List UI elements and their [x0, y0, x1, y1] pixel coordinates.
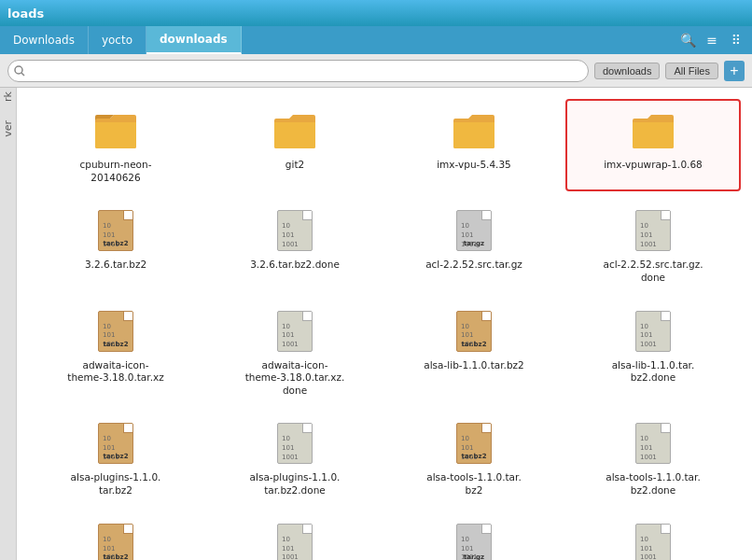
title-bar-text: loads [7, 7, 44, 21]
grid-button[interactable]: ⠿ [726, 30, 746, 50]
file-name: alsa-lib-1.1.0.tar.bz2.done [612, 359, 695, 385]
file-name: alsa-plugins-1.1.0.tar.bz2 [71, 471, 161, 497]
file-item-alsa-utils-tar.bz2.done[interactable]: 101011001 alsa-utils-1.1.0.tar.bz2.done [207, 512, 383, 560]
file-name: 3.2.6.tar.bz2.done [250, 259, 340, 272]
search-button[interactable]: 🔍 [677, 30, 698, 50]
file-name: alsa-plugins-1.1.0.tar.bz2.done [250, 471, 341, 497]
main-area: rk ver cpuburn-neon-20140626 [0, 88, 752, 560]
file-item-acl-tar.gz[interactable]: 101011001 tar.gz acl-2.2.52.src.tar.gz [386, 199, 562, 291]
file-item-alsa-utils-tar.bz2[interactable]: 101011001 tar.bz2 alsa-utils-1.1.0.tar.b… [28, 512, 203, 560]
file-name: acl-2.2.52.src.tar.gz [425, 259, 522, 272]
filter-downloads-button[interactable]: downloads [594, 63, 661, 79]
file-name: cpuburn-neon-20140626 [80, 159, 152, 184]
archive-done-icon: 101011001 [272, 307, 317, 356]
file-name: adwaita-icon-theme-3.18.0.tar.xz.done [245, 359, 345, 398]
file-item-alsa-plugins-tar.bz2.done[interactable]: 101011001 alsa-plugins-1.1.0.tar.bz2.don… [207, 412, 383, 504]
file-area[interactable]: cpuburn-neon-20140626 git2 [17, 88, 752, 560]
file-item-imx-vpu[interactable]: imx-vpu-5.4.35 [386, 99, 562, 191]
filter-all-files-button[interactable]: All Files [665, 63, 718, 79]
archive-bz2-icon: 101011001 tar.bz2 [93, 520, 138, 560]
archive-gz-icon: 101011001 tar.gz [452, 206, 496, 255]
add-button[interactable]: + [724, 61, 745, 81]
archive-done-icon: 101011001 [631, 206, 675, 255]
tab-downloads2[interactable]: downloads [146, 26, 242, 54]
file-item-3.2.6.tar.bz2[interactable]: 101011001 tar.bz2 3.2.6.tar.bz2 [28, 199, 203, 291]
file-name: alsa-tools-1.1.0.tar.bz2 [426, 471, 521, 497]
file-item-3.2.6.tar.bz2.done[interactable]: 101011001 3.2.6.tar.bz2.done [207, 199, 383, 291]
file-item-alsa-tools-tar.bz2.done[interactable]: 101011001 alsa-tools-1.1.0.tar.bz2.done [565, 412, 741, 504]
title-bar: loads [0, 0, 752, 26]
folder-icon-selected [631, 106, 675, 155]
toolbar: downloads All Files + [0, 54, 752, 88]
file-item-adwaita-tar.xz[interactable]: 101011001 tar.bz2 adwaita-icon-theme-3.1… [28, 300, 203, 405]
archive-icon: 101011001 tar.bz2 [93, 206, 138, 255]
tab-yocto[interactable]: yocto [89, 26, 146, 54]
archive-done-icon: 101011001 [631, 520, 675, 560]
file-name: 3.2.6.tar.bz2 [85, 259, 146, 272]
file-item-alsa-plugins-tar.bz2[interactable]: 101011001 tar.bz2 alsa-plugins-1.1.0.tar… [28, 412, 203, 504]
file-name: alsa-tools-1.1.0.tar.bz2.done [606, 471, 700, 497]
file-item-cpuburn-neon[interactable]: cpuburn-neon-20140626 [28, 99, 203, 191]
file-item-adwaita-tar.xz.done[interactable]: 101011001 adwaita-icon-theme-3.18.0.tar.… [207, 300, 383, 405]
folder-icon [452, 106, 496, 155]
archive-done-icon: 101011001 [272, 520, 317, 560]
file-item-acl-tar.gz.done[interactable]: 101011001 acl-2.2.52.src.tar.gz.done [565, 199, 741, 291]
archive-bz2-icon: 101011001 tar.bz2 [93, 307, 138, 356]
file-name: acl-2.2.52.src.tar.gz.done [603, 259, 703, 284]
archive-bz2-icon: 101011001 tar.bz2 [452, 419, 496, 468]
file-name: adwaita-icon-theme-3.18.0.tar.xz [67, 359, 163, 385]
archive-done-icon: 101011001 [631, 307, 675, 356]
file-item-git2[interactable]: git2 [207, 99, 383, 191]
tab-bar: Downloads yocto downloads 🔍 ≡ ⠿ [0, 26, 752, 54]
file-name: imx-vpuwrap-1.0.68 [604, 159, 703, 172]
search-input[interactable] [7, 60, 589, 82]
folder-icon [93, 106, 138, 155]
archive-gz-icon: 101011001 tar.gz [452, 520, 496, 560]
file-item-alsa-tools-tar.bz2[interactable]: 101011001 tar.bz2 alsa-tools-1.1.0.tar.b… [386, 412, 562, 504]
file-item-apmd-tar.gz[interactable]: 101011001 tar.gz apmd_3.2.2.orig.tar.gz [386, 512, 562, 560]
file-name: imx-vpu-5.4.35 [437, 159, 511, 172]
folder-icon [272, 106, 317, 155]
archive-done-icon: 101011001 [631, 419, 675, 468]
sidebar: rk ver [0, 88, 17, 560]
file-item-imx-vpuwrap[interactable]: imx-vpuwrap-1.0.68 [565, 99, 741, 191]
sidebar-item-ver[interactable]: ver [2, 120, 14, 137]
archive-bz2-icon: 101011001 tar.bz2 [452, 307, 496, 356]
archive-done-icon: 101011001 [272, 419, 317, 468]
file-item-alsa-lib-tar.bz2[interactable]: 101011001 tar.bz2 alsa-lib-1.1.0.tar.bz2 [386, 300, 562, 405]
tab-downloads[interactable]: Downloads [0, 26, 89, 54]
file-name: git2 [285, 159, 304, 172]
file-item-alsa-lib-tar.bz2.done[interactable]: 101011001 alsa-lib-1.1.0.tar.bz2.done [565, 300, 741, 405]
file-grid: cpuburn-neon-20140626 git2 [28, 99, 741, 560]
file-item-apmd-tar.gz.done[interactable]: 101011001 apmd_3.2.2.orig.tar.gz [565, 512, 741, 560]
menu-button[interactable]: ≡ [702, 30, 722, 50]
sidebar-item-rk[interactable]: rk [2, 91, 14, 102]
archive-done-icon: 101011001 [272, 206, 317, 255]
archive-bz2-icon: 101011001 tar.bz2 [93, 419, 138, 468]
file-name: alsa-lib-1.1.0.tar.bz2 [424, 359, 524, 372]
tab-actions: 🔍 ≡ ⠿ [672, 26, 752, 54]
